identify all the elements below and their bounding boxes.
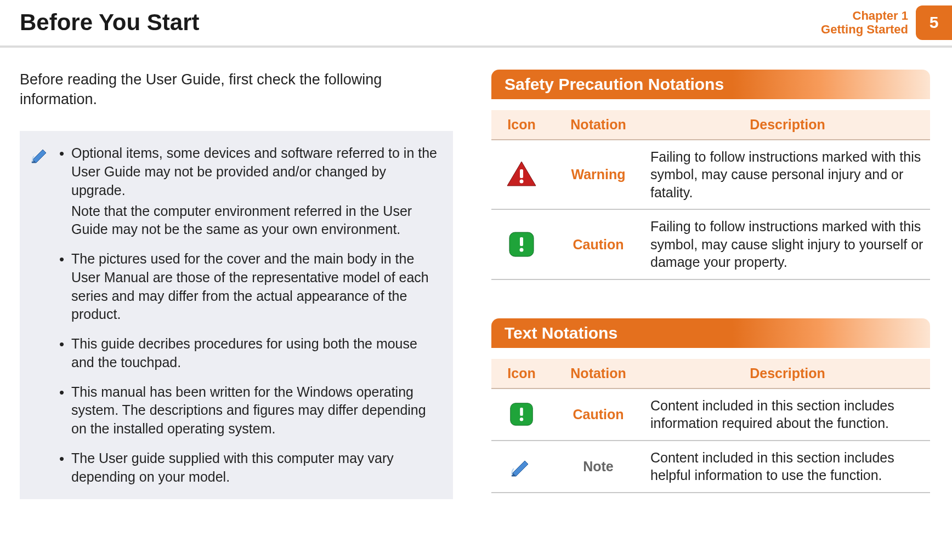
bullet-text: This guide decribes procedures for using… [71,336,417,370]
text-note-description: Content included in this section include… [645,441,930,493]
text-caution-label: Caution [552,388,645,441]
chapter-name: Getting Started [821,22,908,36]
table-row: Warning Failing to follow instructions m… [491,140,930,210]
table-row: Caution Failing to follow instructions m… [491,209,930,279]
table-header-notation: Notation [552,110,645,140]
warning-label: Warning [552,140,645,210]
text-section-heading: Text Notations [491,318,930,348]
safety-section-heading: Safety Precaution Notations [491,70,930,99]
note-icon [491,441,552,493]
safety-notation-table: Icon Notation Description Warning F [491,110,930,280]
page-header: Before You Start Chapter 1 Getting Start… [0,0,952,48]
text-caution-description: Content included in this section include… [645,388,930,441]
svg-rect-6 [520,408,523,416]
bullet-text: The User guide supplied with this comput… [71,450,394,484]
left-column: Before reading the User Guide, first che… [20,70,453,500]
svg-rect-3 [520,237,523,246]
text-note-label: Note [552,441,645,493]
bullet-text: This manual has been written for the Win… [71,384,426,437]
right-column: Safety Precaution Notations Icon Notatio… [491,70,930,500]
warning-description: Failing to follow instructions marked wi… [645,140,930,210]
bullet-text: Optional items, some devices and softwar… [71,145,437,198]
list-item: This manual has been written for the Win… [58,383,438,438]
list-item: Optional items, some devices and softwar… [58,144,438,239]
caution-label: Caution [552,209,645,279]
svg-point-7 [520,418,523,421]
table-header-icon: Icon [491,110,552,140]
intro-paragraph: Before reading the User Guide, first che… [20,70,453,110]
svg-point-1 [520,180,524,184]
note-icon [31,144,50,486]
page-number-badge: 5 [916,5,952,40]
text-notation-table: Icon Notation Description Caution C [491,359,930,493]
table-row: Note Content included in this section in… [491,441,930,493]
list-item: This guide decribes procedures for using… [58,335,438,372]
header-right: Chapter 1 Getting Started 5 [810,5,952,40]
bullet-text: The pictures used for the cover and the … [71,251,429,322]
table-header-notation: Notation [552,359,645,388]
bullet-subtext: Note that the computer environment refer… [71,202,438,239]
page-title: Before You Start [20,9,200,36]
info-bullet-list: Optional items, some devices and softwar… [58,144,438,486]
list-item: The pictures used for the cover and the … [58,250,438,324]
table-row: Caution Content included in this section… [491,388,930,441]
caution-icon [491,209,552,279]
info-callout: Optional items, some devices and softwar… [20,131,453,499]
chapter-number: Chapter 1 [821,9,908,22]
chapter-info: Chapter 1 Getting Started [810,5,916,40]
caution-description: Failing to follow instructions marked wi… [645,209,930,279]
table-header-description: Description [645,359,930,388]
warning-icon [491,140,552,210]
table-header-description: Description [645,110,930,140]
caution-icon [491,388,552,441]
list-item: The User guide supplied with this comput… [58,449,438,487]
svg-rect-0 [520,169,523,178]
svg-point-4 [520,248,524,252]
content-columns: Before reading the User Guide, first che… [0,48,952,500]
table-header-icon: Icon [491,359,552,388]
